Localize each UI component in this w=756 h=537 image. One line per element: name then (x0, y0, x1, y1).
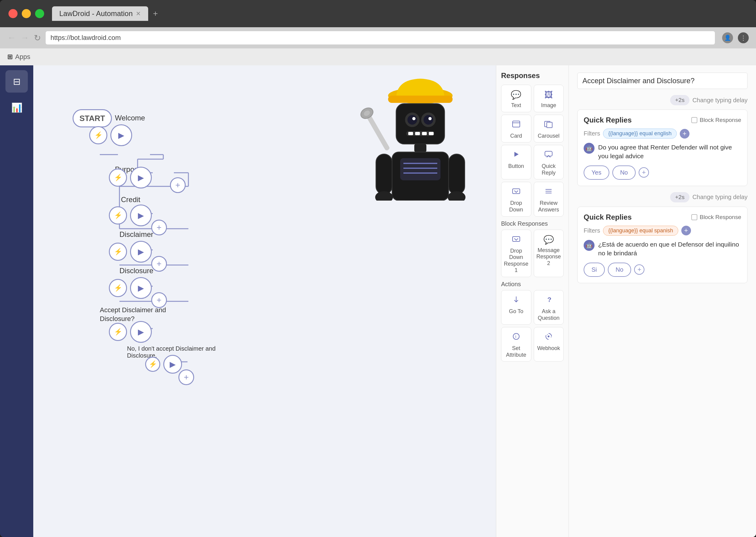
message-item-1: 🤖 Do you agree that Renter Defender will… (584, 143, 741, 161)
palette-button[interactable]: Button (501, 145, 531, 180)
svg-point-45 (375, 191, 393, 201)
svg-point-28 (407, 115, 417, 125)
svg-marker-55 (514, 152, 519, 157)
block-response-checkbox-1[interactable] (691, 117, 697, 123)
robot-svg (360, 71, 481, 201)
webhook-icon (544, 332, 553, 343)
palette-title: Responses (501, 71, 564, 80)
filter-tag-2[interactable]: {{language}} equal spanish (603, 226, 678, 236)
palette-message-response-2[interactable]: 💬 Message Response 2 (534, 229, 564, 277)
text-label: Text (511, 102, 521, 109)
palette-image[interactable]: 🖼 Image (534, 85, 564, 112)
sidebar-item-flows[interactable]: ⊟ (5, 70, 28, 93)
accept-play[interactable]: ▶ (130, 321, 152, 343)
typing-delay-label-1[interactable]: Change typing delay (693, 97, 747, 104)
disclosure-bolt[interactable]: ⚡ (109, 279, 127, 297)
svg-rect-34 (415, 132, 420, 135)
button-icon (512, 150, 520, 161)
url-text: https://bot.lawdroid.com (51, 34, 121, 42)
app-body: ⊟ 📊 (0, 65, 756, 537)
add-filter-button-2[interactable]: + (681, 226, 691, 235)
disclaimer-bolt[interactable]: ⚡ (109, 243, 127, 261)
forward-button[interactable]: → (20, 33, 29, 43)
typing-delay-row-2: +2s Change typing delay (577, 192, 747, 202)
sidebar: ⊟ 📊 (0, 65, 33, 537)
palette-review-answers[interactable]: Review Answers (534, 182, 564, 216)
robot-illustration (360, 71, 481, 177)
review-answers-label: Review Answers (537, 200, 561, 213)
block-response-label-2: Block Response (700, 214, 741, 221)
welcome-play[interactable]: ▶ (110, 124, 132, 146)
typing-delay-label-2[interactable]: Change typing delay (693, 194, 747, 201)
accept-label: Accept Disclaimer and Disclosure? (100, 306, 191, 323)
palette-quick-reply[interactable]: Quick Reply (534, 145, 564, 180)
palette-set-attribute[interactable]: i Set Attribute (501, 327, 531, 361)
card-label: Card (510, 133, 522, 140)
sidebar-item-analytics[interactable]: 📊 (5, 96, 28, 119)
new-tab-button[interactable]: + (153, 9, 158, 19)
maximize-button[interactable] (35, 9, 44, 18)
credit-bolt[interactable]: ⚡ (109, 206, 127, 225)
go-to-label: Go To (509, 308, 523, 315)
filters-label-2: Filters (584, 227, 600, 234)
reply-no-button[interactable]: No (612, 165, 636, 180)
welcome-bolt[interactable]: ⚡ (89, 126, 107, 144)
palette-carousel[interactable]: Carousel (534, 115, 564, 143)
bot-avatar-1: 🤖 (584, 143, 594, 154)
add-reply-button-1[interactable]: + (639, 167, 649, 178)
palette-ask-question[interactable]: ? Ask a Question (534, 290, 564, 325)
message-text-1: Do you agree that Renter Defender will n… (598, 143, 741, 161)
disclaimer-play[interactable]: ▶ (130, 241, 152, 263)
no-accept-plus[interactable]: + (178, 369, 194, 385)
svg-rect-54 (547, 122, 552, 128)
quick-replies-title-1: Quick Replies (584, 116, 632, 124)
palette-text[interactable]: 💬 Text (501, 85, 531, 112)
apps-label: Apps (15, 53, 30, 61)
palette-drop-down-response-1[interactable]: Drop Down Response 1 (501, 229, 531, 277)
purpose-bolt[interactable]: ⚡ (109, 169, 127, 187)
palette-webhook[interactable]: Webhook (534, 327, 564, 361)
disclaimer-plus[interactable]: + (151, 256, 167, 272)
drop-down-response-1-icon (512, 235, 520, 245)
button-label: Button (508, 163, 524, 170)
palette-drop-down[interactable]: Drop Down (501, 182, 531, 216)
filter-tag-1[interactable]: {{language}} equal english (603, 129, 676, 139)
add-filter-button-1[interactable]: + (680, 129, 690, 139)
accept-node: ⚡ ▶ (109, 321, 152, 343)
purpose-plus[interactable]: + (170, 177, 186, 193)
tab-close-button[interactable]: ✕ (136, 10, 141, 17)
svg-rect-36 (429, 132, 434, 135)
svg-point-66 (548, 336, 549, 337)
close-button[interactable] (9, 9, 18, 18)
bot-avatar-2: 🤖 (584, 240, 594, 251)
block-response-checkbox-2[interactable] (691, 214, 697, 220)
active-tab[interactable]: LawDroid - Automation ✕ (52, 6, 148, 21)
purpose-play[interactable]: ▶ (130, 167, 152, 188)
node-title-input[interactable] (577, 73, 747, 89)
palette-card[interactable]: Card (501, 115, 531, 143)
credit-plus[interactable]: + (151, 220, 167, 235)
credit-play[interactable]: ▶ (130, 204, 152, 226)
disclosure-node: ⚡ ▶ (109, 277, 152, 299)
address-bar[interactable]: https://bot.lawdroid.com (46, 31, 715, 44)
profile-icon[interactable]: 👤 (722, 32, 733, 43)
minimize-button[interactable] (22, 9, 31, 18)
accept-bolt[interactable]: ⚡ (109, 323, 127, 341)
browser-window: LawDroid - Automation ✕ + ← → ↻ https://… (0, 0, 756, 537)
svg-text:?: ? (548, 296, 551, 304)
disclosure-play[interactable]: ▶ (130, 277, 152, 299)
palette-go-to[interactable]: Go To (501, 290, 531, 325)
reply-yes-button[interactable]: Yes (584, 165, 609, 180)
message-response-2-label: Message Response 2 (537, 247, 561, 267)
carousel-label: Carousel (538, 133, 559, 140)
credit-node: ⚡ ▶ (109, 204, 152, 226)
no-accept-bolt[interactable]: ⚡ (145, 357, 160, 372)
refresh-button[interactable]: ↻ (34, 33, 41, 43)
add-reply-button-2[interactable]: + (634, 265, 644, 275)
start-label: START (80, 114, 105, 123)
reply-no-es-button[interactable]: No (608, 263, 631, 277)
back-button[interactable]: ← (7, 33, 16, 43)
menu-icon[interactable]: ⋮ (738, 32, 749, 43)
ask-question-icon: ? (544, 295, 553, 306)
reply-si-button[interactable]: Si (584, 263, 605, 277)
